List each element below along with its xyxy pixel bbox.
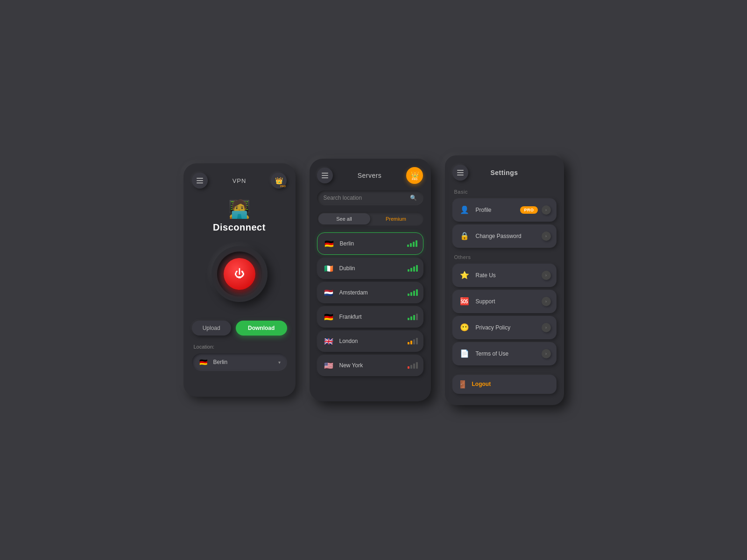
screens-container: VPN 👑 PRO 🧑‍💻 Disconnect ⏻ Upload Downlo… xyxy=(183,155,564,405)
settings-screen: Settings Basic 👤 Profile PRO › 🔒 Change … xyxy=(445,155,564,405)
rateus-name: Rate Us xyxy=(476,272,542,279)
location-name: Berlin xyxy=(213,359,278,365)
servers-crown-icon: 👑 xyxy=(411,171,419,178)
hamburger-icon-2 xyxy=(322,173,328,178)
settings-item-terms[interactable]: 📄 Terms of Use › xyxy=(452,342,557,365)
vpn-title: VPN xyxy=(233,177,247,184)
password-name: Change Password xyxy=(476,233,542,239)
avatar-area: 🧑‍💻 xyxy=(228,199,250,219)
dublin-signal xyxy=(408,265,418,272)
settings-item-password[interactable]: 🔒 Change Password › xyxy=(452,224,557,248)
settings-others-list: ⭐ Rate Us › 🆘 Support › 😶 Privacy Policy… xyxy=(452,264,557,365)
settings-menu-button[interactable] xyxy=(452,165,468,181)
logout-icon: 🚪 xyxy=(458,380,467,389)
support-icon: 🆘 xyxy=(458,295,471,308)
vpn-screen: VPN 👑 PRO 🧑‍💻 Disconnect ⏻ Upload Downlo… xyxy=(183,163,296,397)
tab-see-all[interactable]: See all xyxy=(318,213,370,224)
servers-pro-label: PRO xyxy=(412,178,417,181)
servers-pro-button[interactable]: 👑 PRO xyxy=(406,167,423,184)
location-flag: 🇩🇪 xyxy=(198,357,209,367)
dublin-flag: 🇮🇪 xyxy=(323,262,335,274)
servers-title: Servers xyxy=(358,172,382,179)
server-item-berlin[interactable]: 🇩🇪 Berlin xyxy=(317,232,423,255)
search-bar[interactable]: Search location 🔍 xyxy=(317,190,423,205)
profile-pro-badge: PRO xyxy=(520,206,537,214)
tab-premium[interactable]: Premium xyxy=(370,213,422,224)
servers-menu-button[interactable] xyxy=(317,168,333,183)
privacy-icon: 😶 xyxy=(458,321,471,334)
logout-label: Logout xyxy=(472,381,491,387)
settings-item-support[interactable]: 🆘 Support › xyxy=(452,290,557,313)
disconnect-title: Disconnect xyxy=(213,222,266,233)
password-icon: 🔒 xyxy=(458,230,471,243)
servers-header: Servers 👑 PRO xyxy=(317,167,423,184)
settings-item-profile[interactable]: 👤 Profile PRO › xyxy=(452,198,557,222)
rateus-chevron: › xyxy=(542,271,551,280)
password-chevron: › xyxy=(542,231,551,241)
newyork-name: New York xyxy=(339,362,408,369)
vpn-header: VPN 👑 PRO xyxy=(192,173,287,189)
terms-chevron: › xyxy=(542,349,551,358)
server-item-frankfurt[interactable]: 🇩🇪 Frankfurt xyxy=(317,306,423,328)
power-symbol: ⏻ xyxy=(234,269,245,279)
london-name: London xyxy=(339,338,408,344)
support-name: Support xyxy=(476,298,542,305)
server-item-amsterdam[interactable]: 🇳🇱 Amsterdam xyxy=(317,282,423,303)
server-item-dublin[interactable]: 🇮🇪 Dublin xyxy=(317,258,423,279)
terms-name: Terms of Use xyxy=(476,350,542,357)
privacy-chevron: › xyxy=(542,323,551,332)
settings-title: Settings xyxy=(468,169,541,176)
search-placeholder: Search location xyxy=(324,195,410,201)
power-button-outer[interactable]: ⏻ xyxy=(211,246,268,302)
hamburger-icon xyxy=(197,178,203,183)
berlin-name: Berlin xyxy=(340,240,407,247)
action-buttons: Upload Download xyxy=(192,321,287,336)
pro-label: PRO xyxy=(280,185,286,188)
settings-item-privacy[interactable]: 😶 Privacy Policy › xyxy=(452,316,557,339)
section-basic-label: Basic xyxy=(454,189,557,195)
terms-icon: 📄 xyxy=(458,347,471,360)
search-icon: 🔍 xyxy=(410,195,417,201)
power-button-inner[interactable]: ⏻ xyxy=(224,258,255,290)
download-button[interactable]: Download xyxy=(236,321,287,336)
newyork-flag: 🇺🇸 xyxy=(323,359,335,371)
privacy-name: Privacy Policy xyxy=(476,324,542,331)
avatar-icon: 🧑‍💻 xyxy=(228,199,250,219)
settings-header: Settings xyxy=(452,165,557,181)
london-flag: 🇬🇧 xyxy=(323,335,335,347)
settings-item-rateus[interactable]: ⭐ Rate Us › xyxy=(452,264,557,287)
profile-chevron: › xyxy=(542,205,551,215)
filter-tabs: See all Premium xyxy=(317,212,423,226)
frankfurt-name: Frankfurt xyxy=(339,314,408,320)
london-signal xyxy=(408,338,418,344)
amsterdam-flag: 🇳🇱 xyxy=(323,287,335,299)
profile-name: Profile xyxy=(476,207,521,213)
pro-badge-button[interactable]: 👑 PRO xyxy=(271,173,287,189)
frankfurt-flag: 🇩🇪 xyxy=(323,311,335,323)
frankfurt-signal xyxy=(408,314,418,320)
power-button-mid: ⏻ xyxy=(217,252,262,296)
berlin-signal xyxy=(407,240,417,247)
location-selector[interactable]: 🇩🇪 Berlin ▾ xyxy=(192,353,287,371)
logout-item[interactable]: 🚪 Logout xyxy=(452,375,557,394)
server-list: 🇩🇪 Berlin 🇮🇪 Dublin xyxy=(317,232,423,376)
amsterdam-name: Amsterdam xyxy=(339,289,408,296)
dublin-name: Dublin xyxy=(339,265,408,272)
newyork-signal xyxy=(408,362,418,369)
menu-button[interactable] xyxy=(192,173,208,189)
location-label: Location: xyxy=(194,344,215,350)
crown-icon: 👑 xyxy=(275,177,283,184)
hamburger-icon-3 xyxy=(457,170,464,175)
server-item-london[interactable]: 🇬🇧 London xyxy=(317,330,423,352)
support-chevron: › xyxy=(542,297,551,306)
settings-basic-list: 👤 Profile PRO › 🔒 Change Password › xyxy=(452,198,557,248)
profile-icon: 👤 xyxy=(458,203,471,217)
berlin-flag: 🇩🇪 xyxy=(323,238,335,250)
servers-screen: Servers 👑 PRO Search location 🔍 See all … xyxy=(310,159,431,401)
server-item-newyork[interactable]: 🇺🇸 New York xyxy=(317,355,423,376)
chevron-down-icon: ▾ xyxy=(278,360,281,365)
amsterdam-signal xyxy=(408,289,418,296)
rateus-icon: ⭐ xyxy=(458,269,471,282)
section-others-label: Others xyxy=(454,254,557,260)
upload-button[interactable]: Upload xyxy=(192,321,231,336)
